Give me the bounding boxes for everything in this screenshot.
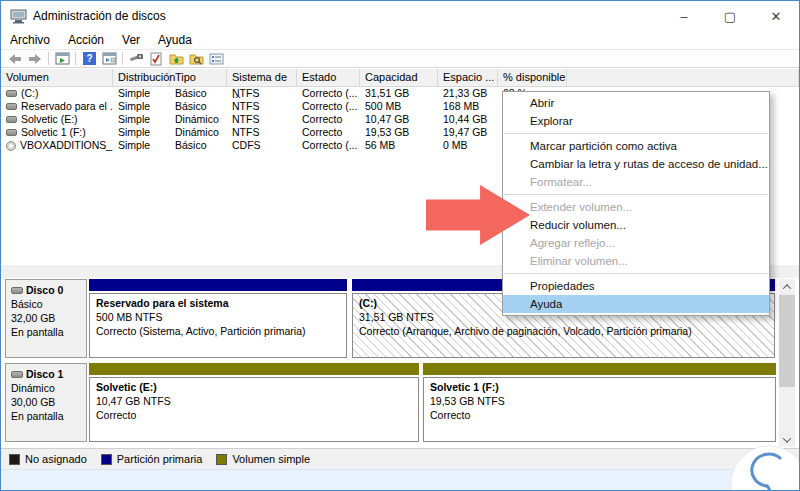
disk-name: Disco 1 — [26, 367, 63, 381]
properties-icon[interactable] — [206, 51, 226, 66]
cell-distribucion: Simple — [113, 113, 170, 126]
cell-sistema: NTFS — [227, 100, 297, 113]
column-header-volumen[interactable]: Volumen — [1, 69, 113, 87]
menu-item-abrir[interactable]: Abrir — [503, 94, 769, 112]
cell-distribucion: Simple — [113, 126, 170, 139]
volume-name: Solvetic 1 (F:) — [21, 126, 86, 139]
menu-bar: Archivo Acción Ver Ayuda — [1, 31, 799, 49]
cell-tipo: Básico — [170, 139, 227, 152]
toolbar-separator — [75, 52, 76, 65]
partition-size: 19,53 GB NTFS — [430, 394, 769, 408]
disk-0-label-tile[interactable]: Disco 0 Básico 32,00 GB En pantalla — [5, 279, 87, 358]
scrollbar-thumb[interactable] — [779, 295, 795, 387]
partition-name: Reservado para el sistema — [96, 296, 340, 310]
maximize-button[interactable]: ▢ — [707, 1, 753, 31]
cell-distribucion: Simple — [113, 100, 170, 113]
cell-estado: Correcto (... — [297, 100, 360, 113]
toolbar: ? — [1, 49, 799, 68]
forward-icon[interactable] — [25, 51, 45, 66]
menu-ver[interactable]: Ver — [113, 33, 149, 47]
folder-up-icon[interactable] — [166, 51, 186, 66]
cell-tipo: Dinámico — [170, 126, 227, 139]
console-export-icon[interactable] — [99, 51, 119, 66]
close-button[interactable]: ✕ — [753, 1, 799, 31]
legend-label: Partición primaria — [117, 453, 203, 465]
drive-icon — [6, 90, 17, 97]
cell-espacio: 168 MB — [438, 100, 498, 113]
column-header-espacio[interactable]: Espacio ... — [438, 69, 498, 87]
partition-name: Solvetic (E:) — [96, 380, 412, 394]
menu-accion[interactable]: Acción — [59, 33, 113, 47]
menu-ayuda[interactable]: Ayuda — [149, 33, 201, 47]
menu-separator — [504, 273, 768, 274]
tool-icon[interactable] — [126, 51, 146, 66]
disk-size: 32,00 GB — [11, 311, 81, 325]
menu-separator — [504, 133, 768, 134]
disk-type: Básico — [11, 297, 81, 311]
svg-text:?: ? — [86, 53, 92, 64]
cell-tipo: Básico — [170, 87, 227, 100]
disk-pane-scrollbar[interactable] — [779, 279, 795, 447]
cell-estado: Correcto — [297, 113, 360, 126]
partition-size: 500 MB NTFS — [96, 310, 340, 324]
back-icon[interactable] — [5, 51, 25, 66]
disk-1-label-tile[interactable]: Disco 1 Dinámico 30,00 GB En pantalla — [5, 363, 87, 442]
menu-item-reducir-volumen[interactable]: Reducir volumen... — [503, 216, 769, 234]
status-strip — [1, 469, 799, 491]
partition-solvetic-f[interactable]: Solvetic 1 (F:) 19,53 GB NTFS Correcto — [423, 363, 776, 442]
menu-item-explorar[interactable]: Explorar — [503, 112, 769, 130]
column-header-sistema[interactable]: Sistema de ... — [227, 69, 297, 87]
column-header-filler — [567, 69, 799, 87]
partition-color-band — [423, 363, 776, 375]
column-header-capacidad[interactable]: Capacidad — [360, 69, 438, 87]
cell-espacio: 10,44 GB — [438, 113, 498, 126]
check-document-icon[interactable] — [146, 51, 166, 66]
disk-1-row: Disco 1 Dinámico 30,00 GB En pantalla So… — [5, 363, 776, 442]
menu-item-agregar-reflejo: Agregar reflejo... — [503, 234, 769, 252]
menu-item-propiedades[interactable]: Propiedades — [503, 277, 769, 295]
partition-reservado[interactable]: Reservado para el sistema 500 MB NTFS Co… — [89, 279, 347, 358]
disk-name: Disco 0 — [26, 283, 63, 297]
disk-type: Dinámico — [11, 381, 81, 395]
legend-swatch-volumen-simple — [216, 454, 227, 465]
cell-distribucion: Simple — [113, 139, 170, 152]
toolbar-separator — [122, 52, 123, 65]
cell-sistema: NTFS — [227, 126, 297, 139]
disk-icon — [11, 287, 23, 294]
menu-item-extender-volumen: Extender volumen... — [503, 198, 769, 216]
column-header-estado[interactable]: Estado — [297, 69, 360, 87]
column-header-tipo[interactable]: Tipo — [170, 69, 227, 87]
volume-name: Solvetic (E:) — [21, 113, 78, 126]
minimize-button[interactable]: – — [661, 1, 707, 31]
solvetic-logo-watermark — [723, 438, 800, 491]
menu-separator — [504, 194, 768, 195]
partition-status: Correcto (Sistema, Activo, Partición pri… — [96, 324, 340, 338]
cell-tipo: Dinámico — [170, 113, 227, 126]
menu-item-marcar-particion[interactable]: Marcar partición como activa — [503, 137, 769, 155]
help-icon[interactable]: ? — [79, 51, 99, 66]
app-icon — [10, 9, 27, 24]
legend-label: Volumen simple — [232, 453, 310, 465]
cell-sistema: NTFS — [227, 113, 297, 126]
disk-status: En pantalla — [11, 325, 81, 339]
menu-item-cambiar-letra[interactable]: Cambiar la letra y rutas de acceso de un… — [503, 155, 769, 173]
cell-capacidad: 500 MB — [360, 100, 438, 113]
legend-swatch-particion-primaria — [101, 454, 112, 465]
scroll-up-icon[interactable] — [779, 279, 795, 294]
folder-search-icon[interactable] — [186, 51, 206, 66]
legend-bar: No asignado Partición primaria Volumen s… — [1, 448, 799, 469]
cell-estado: Correcto — [297, 126, 360, 139]
volume-name: (C:) — [21, 87, 39, 100]
column-header-distribucion[interactable]: Distribución — [113, 69, 170, 87]
drive-icon — [6, 116, 17, 123]
console-window-icon[interactable] — [52, 51, 72, 66]
partition-solvetic-e[interactable]: Solvetic (E:) 10,47 GB NTFS Correcto — [89, 363, 419, 442]
column-header-disponible[interactable]: % disponible — [498, 69, 567, 87]
drive-icon — [6, 103, 17, 110]
cell-sistema: CDFS — [227, 139, 297, 152]
legend-swatch-no-asignado — [9, 454, 20, 465]
menu-item-ayuda[interactable]: Ayuda — [503, 295, 769, 313]
disk-management-window: Administración de discos – ▢ ✕ Archivo A… — [0, 0, 800, 491]
disk-status: En pantalla — [11, 409, 81, 423]
menu-archivo[interactable]: Archivo — [1, 33, 59, 47]
